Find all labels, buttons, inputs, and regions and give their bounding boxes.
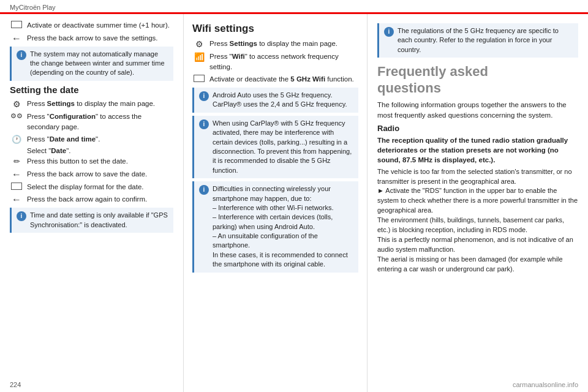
info-icon3: i [199,91,209,101]
select-date-text: Select "Date". [27,147,173,154]
list-item: ⚙ Press Settings to display the main pag… [10,99,173,109]
back-save-date-text: Press the back arrow to save the date. [27,169,147,179]
rect-icon [10,21,23,28]
info-box-android: i Android Auto uses the 5 GHz frequency.… [192,88,358,113]
summer-time-text: Activate or deactivate summer time (+1 h… [27,20,170,31]
gear-icon: ⚙ [10,99,23,109]
middle-column: Wifi settings ⚙ Press Settings to displa… [184,14,368,392]
wifi-settings-text: Press Settings to display the main page. [209,39,337,49]
list-item: ← Press the back arrow to save the setti… [10,33,173,43]
info-box-text: The system may not automatically manage … [30,50,168,78]
info-android-text: Android Auto uses the 5 GHz frequency. C… [213,91,353,110]
regulation-text: The regulations of the 5 GHz frequency a… [398,26,573,55]
gear2-icon: ⚙⚙ [10,112,23,120]
list-item: 📶 Press "Wifi" to access network frequen… [192,51,358,72]
info-icon6: i [384,27,394,37]
list-item: ⚙ Press Settings to display the main pag… [192,39,358,49]
watermark: carmanualsonline.info [513,381,578,388]
wifi-icon: 📶 [192,52,206,62]
radio-title: Radio [377,124,578,133]
back-arrow3-icon: ← [10,195,23,205]
list-item: Activate or deactivate summer time (+1 h… [10,20,173,31]
info-box-difficulties: i Difficulties in connecting wirelessly … [192,181,358,273]
list-item: Activate or deactivate the 5 GHz Wifi fu… [192,74,358,85]
back-arrow-icon: ← [10,34,23,43]
wifi-title: Wifi settings [192,23,358,35]
page-number: 224 [10,381,21,388]
radio-body-text: The vehicle is too far from the selected… [377,167,578,274]
info-difficulties-text: Difficulties in connecting wirelessly yo… [213,184,353,270]
rect-wifi-icon [192,75,206,82]
info-box-gps: i Time and date setting is only availabl… [10,208,173,233]
faq-title: Frequently askedquestions [377,64,578,96]
info-box-carplay: i When using CarPlay® with 5 GHz frequen… [192,116,358,178]
info-box-5ghz-regulation: i The regulations of the 5 GHz frequency… [377,23,578,58]
pencil-icon: ✏ [10,157,23,166]
list-item: ← Press the back arrow again to confirm. [10,194,173,205]
display-format-text: Select the display format for the date. [27,182,144,192]
radio-bold-text: The reception quality of the tuned radio… [377,135,578,165]
info-icon: i [17,50,26,60]
faq-intro: The following information groups togethe… [377,100,578,120]
info-box-system: i The system may not automatically manag… [10,47,173,81]
info-icon5: i [199,185,209,195]
rect2-icon [10,183,23,190]
summer-time-section: Activate or deactivate summer time (+1 h… [10,20,173,81]
list-item: ✏ Press this button to set the date. [10,156,173,167]
press-datetime-text: Press "Date and time". [27,134,100,145]
info-icon2: i [17,211,26,221]
activate-5ghz-text: Activate or deactivate the 5 GHz Wifi fu… [209,74,354,85]
list-item: 🕐 Press "Date and time". [10,134,173,145]
press-wifi-text: Press "Wifi" to access network frequency… [209,51,358,72]
list-item: Select the display format for the date. [10,182,173,192]
setting-date-section: Setting the date ⚙ Press Settings to dis… [10,85,173,233]
press-config-text: Press "Configuration" to access the seco… [27,111,173,132]
gear-wifi-icon: ⚙ [192,39,206,49]
right-column: i The regulations of the 5 GHz frequency… [368,14,588,392]
press-settings-text: Press Settings to display the main page. [27,99,155,109]
left-column: Activate or deactivate summer time (+1 h… [0,14,184,392]
info-carplay-text: When using CarPlay® with 5 GHz frequency… [213,119,353,175]
list-item: ← Press the back arrow to save the date. [10,169,173,179]
setting-date-title: Setting the date [10,85,173,95]
info-icon4: i [199,119,209,129]
press-button-text: Press this button to set the date. [27,156,128,167]
list-item: ⚙⚙ Press "Configuration" to access the s… [10,111,173,132]
back-arrow2-icon: ← [10,170,23,179]
info-box-gps-text: Time and date setting is only available … [30,211,168,230]
back-confirm-text: Press the back arrow again to confirm. [27,194,147,205]
page-title: MyCitroën Play [10,4,56,11]
back-arrow-text: Press the back arrow to save the setting… [27,33,158,43]
clock-icon: 🕐 [10,135,23,144]
